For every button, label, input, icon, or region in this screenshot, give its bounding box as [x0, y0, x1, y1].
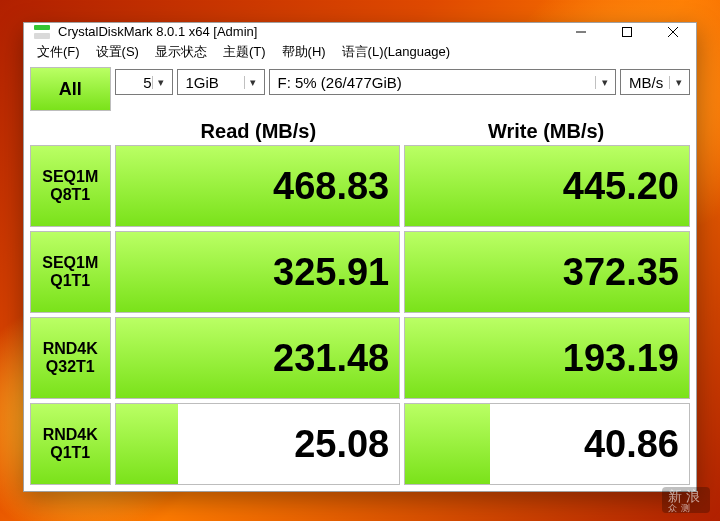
test-button-rnd4k-q1t1[interactable]: RND4KQ1T1	[30, 403, 111, 485]
test-button-seq1m-q8t1[interactable]: SEQ1MQ8T1	[30, 145, 111, 227]
test-button-seq1m-q1t1[interactable]: SEQ1MQ1T1	[30, 231, 111, 313]
menu-help[interactable]: 帮助(H)	[275, 41, 333, 63]
table-row: SEQ1MQ1T1325.91372.35	[30, 231, 690, 313]
title-bar: CrystalDiskMark 8.0.1 x64 [Admin]	[24, 23, 696, 41]
header-write: Write (MB/s)	[402, 120, 690, 143]
results-table: SEQ1MQ8T1468.83445.20SEQ1MQ1T1325.91372.…	[30, 145, 690, 485]
read-cell: 231.48	[115, 317, 401, 399]
row-label-2: Q1T1	[50, 444, 90, 462]
row-label-2: Q32T1	[46, 358, 95, 376]
watermark-line1: 新浪	[668, 488, 704, 504]
read-value: 231.48	[116, 318, 400, 398]
table-row: SEQ1MQ8T1468.83445.20	[30, 145, 690, 227]
unit-select[interactable]: MB/s ▾	[620, 69, 690, 95]
app-window: CrystalDiskMark 8.0.1 x64 [Admin] 文件(F) …	[23, 22, 697, 492]
close-button[interactable]	[650, 23, 696, 40]
drive-value: F: 5% (26/477GiB)	[278, 74, 402, 91]
write-value: 40.86	[405, 404, 689, 484]
menu-language[interactable]: 语言(L)(Language)	[335, 41, 457, 63]
write-value: 372.35	[405, 232, 689, 312]
read-value: 25.08	[116, 404, 400, 484]
read-value: 468.83	[116, 146, 400, 226]
write-cell: 193.19	[404, 317, 690, 399]
row-label-1: SEQ1M	[42, 168, 98, 186]
chevron-down-icon: ▾	[595, 76, 613, 89]
table-row: RND4KQ32T1231.48193.19	[30, 317, 690, 399]
menu-theme[interactable]: 主题(T)	[216, 41, 273, 63]
minimize-button[interactable]	[558, 23, 604, 40]
write-value: 193.19	[405, 318, 689, 398]
row-label-2: Q8T1	[50, 186, 90, 204]
row-label-2: Q1T1	[50, 272, 90, 290]
menu-file[interactable]: 文件(F)	[30, 41, 87, 63]
write-value: 445.20	[405, 146, 689, 226]
write-cell: 372.35	[404, 231, 690, 313]
test-count-value: 5	[143, 74, 151, 91]
app-icon	[34, 25, 50, 39]
write-cell: 445.20	[404, 145, 690, 227]
chevron-down-icon: ▾	[244, 76, 262, 89]
table-row: RND4KQ1T125.0840.86	[30, 403, 690, 485]
row-label-1: SEQ1M	[42, 254, 98, 272]
read-cell: 25.08	[115, 403, 401, 485]
menu-display-state[interactable]: 显示状态	[148, 41, 214, 63]
test-size-value: 1GiB	[186, 74, 219, 91]
test-button-rnd4k-q32t1[interactable]: RND4KQ32T1	[30, 317, 111, 399]
row-label-1: RND4K	[43, 340, 98, 358]
watermark: 新浪 众测	[662, 487, 710, 513]
read-cell: 325.91	[115, 231, 401, 313]
svg-rect-0	[623, 27, 632, 36]
run-all-label: All	[59, 79, 82, 100]
menu-bar: 文件(F) 设置(S) 显示状态 主题(T) 帮助(H) 语言(L)(Langu…	[24, 41, 696, 63]
test-count-select[interactable]: 5 ▾	[115, 69, 173, 95]
test-size-select[interactable]: 1GiB ▾	[177, 69, 265, 95]
read-value: 325.91	[116, 232, 400, 312]
read-cell: 468.83	[115, 145, 401, 227]
run-all-button[interactable]: All	[30, 67, 111, 111]
window-title: CrystalDiskMark 8.0.1 x64 [Admin]	[58, 24, 558, 39]
write-cell: 40.86	[404, 403, 690, 485]
unit-value: MB/s	[629, 74, 663, 91]
main-panel: All 5 ▾ 1GiB ▾ F: 5% (26/477GiB) ▾	[24, 63, 696, 491]
drive-select[interactable]: F: 5% (26/477GiB) ▾	[269, 69, 617, 95]
row-label-1: RND4K	[43, 426, 98, 444]
chevron-down-icon: ▾	[152, 76, 170, 89]
maximize-button[interactable]	[604, 23, 650, 40]
chevron-down-icon: ▾	[669, 76, 687, 89]
menu-settings[interactable]: 设置(S)	[89, 41, 146, 63]
header-read: Read (MB/s)	[115, 120, 403, 143]
watermark-line2: 众测	[668, 504, 704, 513]
